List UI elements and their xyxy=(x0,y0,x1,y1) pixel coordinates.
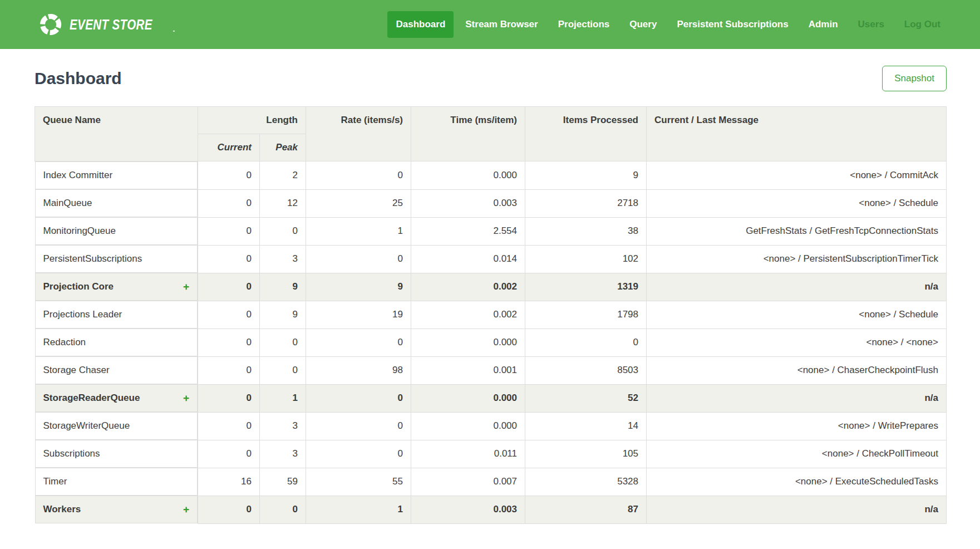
queue-name-cell: StorageWriterQueue xyxy=(35,412,198,440)
queue-rate-cell: 55 xyxy=(306,468,411,496)
queue-time-cell: 0.007 xyxy=(411,468,525,496)
queue-name-cell: PersistentSubscriptions xyxy=(35,245,198,273)
queue-name-cell: Subscriptions xyxy=(35,440,198,468)
queue-name-label: Projection Core xyxy=(43,281,114,293)
queue-name-label: MonitoringQueue xyxy=(43,225,116,237)
queue-message-cell: n/a xyxy=(647,384,947,412)
nav-item-projections[interactable]: Projections xyxy=(550,11,618,38)
queue-name-cell: Index Committer xyxy=(35,161,198,189)
queue-time-cell: 0.003 xyxy=(411,496,525,523)
col-header-peak: Peak xyxy=(260,134,306,161)
queue-rate-cell: 25 xyxy=(306,189,411,217)
queue-name-cell: Storage Chaser xyxy=(35,356,198,384)
queue-rate-cell: 9 xyxy=(306,273,411,301)
queue-peak-cell: 0 xyxy=(260,217,306,245)
nav-item-query[interactable]: Query xyxy=(621,11,665,38)
queue-message-cell: n/a xyxy=(647,273,947,301)
queues-table-body: Index Committer0200.0009<none> / CommitA… xyxy=(35,161,947,524)
col-header-queue-name: Queue Name xyxy=(35,107,198,161)
queue-row: PersistentSubscriptions0300.014102<none>… xyxy=(35,245,947,273)
expand-plus-icon[interactable]: + xyxy=(183,506,189,513)
queue-name-cell: MainQueue xyxy=(35,189,198,217)
queues-table-header: Queue Name Length Rate (items/s) Time (m… xyxy=(35,107,947,161)
queue-message-cell: n/a xyxy=(647,496,947,523)
nav-menu: DashboardStream BrowserProjectionsQueryP… xyxy=(387,11,949,38)
queue-time-cell: 0.000 xyxy=(411,161,525,190)
expand-plus-icon[interactable]: + xyxy=(183,283,189,291)
queue-message-cell: <none> / Schedule xyxy=(647,189,947,217)
queue-name-label: Timer xyxy=(43,476,67,488)
col-header-current: Current xyxy=(198,134,260,161)
queue-name-cell: Timer xyxy=(35,468,198,496)
queue-items-processed-cell: 87 xyxy=(525,496,647,523)
nav-item-log-out[interactable]: Log Out xyxy=(896,11,949,38)
queue-current-cell: 16 xyxy=(198,468,260,496)
queue-items-processed-cell: 5328 xyxy=(525,468,647,496)
nav-item-users[interactable]: Users xyxy=(850,11,893,38)
queue-time-cell: 0.011 xyxy=(411,440,525,468)
queue-time-cell: 0.000 xyxy=(411,412,525,440)
queues-table: Queue Name Length Rate (items/s) Time (m… xyxy=(35,106,947,524)
queue-message-cell: <none> / <none> xyxy=(647,329,947,356)
queue-row: Redaction0000.0000<none> / <none> xyxy=(35,329,947,356)
queue-row: MonitoringQueue0012.55438GetFreshStats /… xyxy=(35,217,947,245)
queue-current-cell: 0 xyxy=(198,245,260,273)
queue-items-processed-cell: 1798 xyxy=(525,301,647,329)
queue-group-row: Workers+0010.00387n/a xyxy=(35,496,947,523)
queue-current-cell: 0 xyxy=(198,273,260,301)
queue-message-cell: <none> / ChaserCheckpointFlush xyxy=(647,356,947,384)
brand-dot: . xyxy=(173,24,175,36)
queue-items-processed-cell: 52 xyxy=(525,384,647,412)
brand-text: EVENT STORE xyxy=(70,17,152,33)
queue-row: Projections Leader09190.0021798<none> / … xyxy=(35,301,947,329)
queue-items-processed-cell: 38 xyxy=(525,217,647,245)
col-header-message: Current / Last Message xyxy=(647,107,947,161)
queue-row: Index Committer0200.0009<none> / CommitA… xyxy=(35,161,947,190)
queue-peak-cell: 0 xyxy=(260,329,306,356)
queue-current-cell: 0 xyxy=(198,189,260,217)
queue-current-cell: 0 xyxy=(198,412,260,440)
queue-peak-cell: 3 xyxy=(260,412,306,440)
queue-time-cell: 0.002 xyxy=(411,273,525,301)
nav-item-persistent-subscriptions[interactable]: Persistent Subscriptions xyxy=(668,11,796,38)
queue-rate-cell: 0 xyxy=(306,384,411,412)
nav-item-dashboard[interactable]: Dashboard xyxy=(387,11,454,38)
queue-current-cell: 0 xyxy=(198,301,260,329)
queue-time-cell: 2.554 xyxy=(411,217,525,245)
queue-name-label: MainQueue xyxy=(43,197,92,209)
queue-message-cell: <none> / CheckPollTimeout xyxy=(647,440,947,468)
queue-peak-cell: 1 xyxy=(260,384,306,412)
queue-message-cell: <none> / CommitAck xyxy=(647,161,947,190)
queue-items-processed-cell: 105 xyxy=(525,440,647,468)
page-title: Dashboard xyxy=(35,69,122,88)
queue-peak-cell: 2 xyxy=(260,161,306,190)
expand-plus-icon[interactable]: + xyxy=(183,394,189,402)
queue-time-cell: 0.001 xyxy=(411,356,525,384)
queue-rate-cell: 0 xyxy=(306,440,411,468)
snapshot-button[interactable]: Snapshot xyxy=(882,66,947,91)
queue-rate-cell: 98 xyxy=(306,356,411,384)
queue-items-processed-cell: 102 xyxy=(525,245,647,273)
queue-name-cell: MonitoringQueue xyxy=(35,217,198,245)
nav-item-stream-browser[interactable]: Stream Browser xyxy=(457,11,546,38)
queue-group-row: Projection Core+0990.0021319n/a xyxy=(35,273,947,301)
queue-items-processed-cell: 9 xyxy=(525,161,647,190)
queue-group-row: StorageReaderQueue+0100.00052n/a xyxy=(35,384,947,412)
queue-message-cell: <none> / WritePrepares xyxy=(647,412,947,440)
queue-peak-cell: 9 xyxy=(260,301,306,329)
queue-row: Storage Chaser00980.0018503<none> / Chas… xyxy=(35,356,947,384)
queue-name-label: Storage Chaser xyxy=(43,364,110,376)
queue-items-processed-cell: 1319 xyxy=(525,273,647,301)
queue-current-cell: 0 xyxy=(198,161,260,190)
queue-current-cell: 0 xyxy=(198,329,260,356)
queue-message-cell: <none> / PersistentSubscriptionTimerTick xyxy=(647,245,947,273)
queue-message-cell: <none> / Schedule xyxy=(647,301,947,329)
queue-name-label: Projections Leader xyxy=(43,308,122,321)
queue-name-cell: Projections Leader xyxy=(35,301,198,329)
queue-name-label: StorageReaderQueue xyxy=(43,392,140,404)
queue-peak-cell: 3 xyxy=(260,245,306,273)
col-header-time: Time (ms/item) xyxy=(411,107,525,161)
event-store-logo[interactable]: EVENT STORE. xyxy=(39,13,175,36)
col-header-rate: Rate (items/s) xyxy=(306,107,411,161)
nav-item-admin[interactable]: Admin xyxy=(800,11,846,38)
